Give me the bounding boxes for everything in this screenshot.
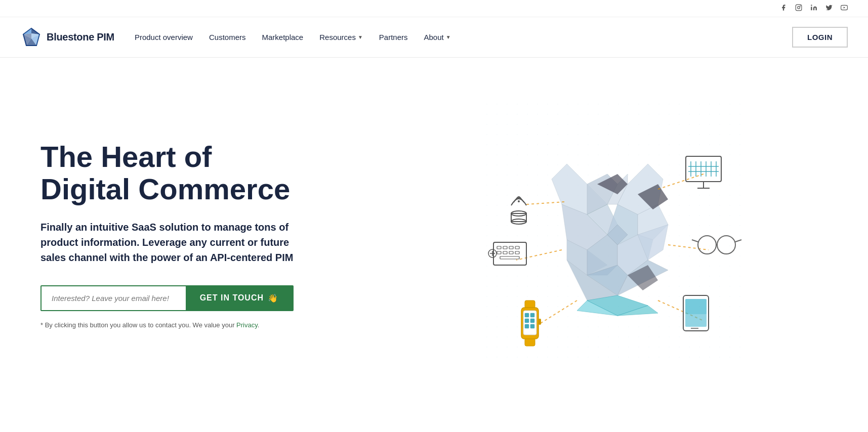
svg-rect-90	[685, 299, 707, 314]
svg-rect-3	[811, 7, 812, 10]
svg-rect-0	[796, 5, 802, 11]
svg-point-4	[811, 5, 812, 6]
svg-rect-77	[525, 300, 535, 308]
nav-customers[interactable]: Customers	[209, 33, 246, 41]
login-button[interactable]: LOGIN	[792, 27, 848, 48]
svg-rect-87	[539, 319, 541, 325]
hero-subtitle: Finally an intuitive SaaS solution to ma…	[40, 220, 294, 265]
resources-dropdown-arrow: ▼	[358, 34, 363, 40]
twitter-icon[interactable]	[825, 4, 833, 13]
wave-emoji: 👋	[268, 293, 278, 303]
youtube-icon[interactable]	[841, 4, 848, 13]
svg-point-2	[800, 6, 801, 6]
instagram-icon[interactable]	[795, 4, 802, 13]
nav-product-overview[interactable]: Product overview	[135, 33, 193, 41]
nav-partners[interactable]: Partners	[379, 33, 408, 41]
hero-title: The Heart of Digital Commerce	[40, 141, 324, 205]
svg-point-44	[518, 200, 520, 202]
nav-marketplace[interactable]: Marketplace	[262, 33, 304, 41]
svg-rect-81	[525, 313, 529, 317]
nav-about[interactable]: About ▼	[424, 33, 451, 41]
navbar: Bluestone PIM Product overview Customers…	[0, 17, 868, 58]
social-bar	[0, 0, 868, 17]
brand-name: Bluestone PIM	[47, 31, 114, 43]
svg-rect-86	[530, 324, 534, 328]
svg-marker-5	[844, 7, 845, 9]
hero-content: The Heart of Digital Commerce Finally an…	[40, 141, 324, 329]
cta-form: GET IN TOUCH 👋	[40, 285, 294, 311]
nav-resources[interactable]: Resources ▼	[319, 33, 363, 41]
email-input[interactable]	[42, 286, 186, 310]
hero-visual	[334, 83, 848, 386]
linkedin-icon[interactable]	[810, 4, 817, 13]
privacy-link[interactable]: Privacy	[236, 321, 258, 329]
svg-rect-82	[530, 313, 534, 317]
disclaimer: * By clicking this button you allow us t…	[40, 321, 324, 329]
get-in-touch-button[interactable]: GET IN TOUCH 👋	[186, 286, 293, 310]
svg-rect-78	[525, 338, 535, 346]
about-dropdown-arrow: ▼	[446, 34, 451, 40]
svg-rect-85	[525, 324, 529, 328]
svg-point-1	[798, 7, 800, 9]
svg-rect-84	[530, 319, 534, 323]
hero-section: The Heart of Digital Commerce Finally an…	[0, 58, 868, 412]
nav-links: Product overview Customers Marketplace R…	[135, 33, 792, 41]
facebook-icon[interactable]	[780, 4, 787, 13]
logo[interactable]: Bluestone PIM	[20, 26, 114, 49]
svg-rect-83	[525, 319, 529, 323]
